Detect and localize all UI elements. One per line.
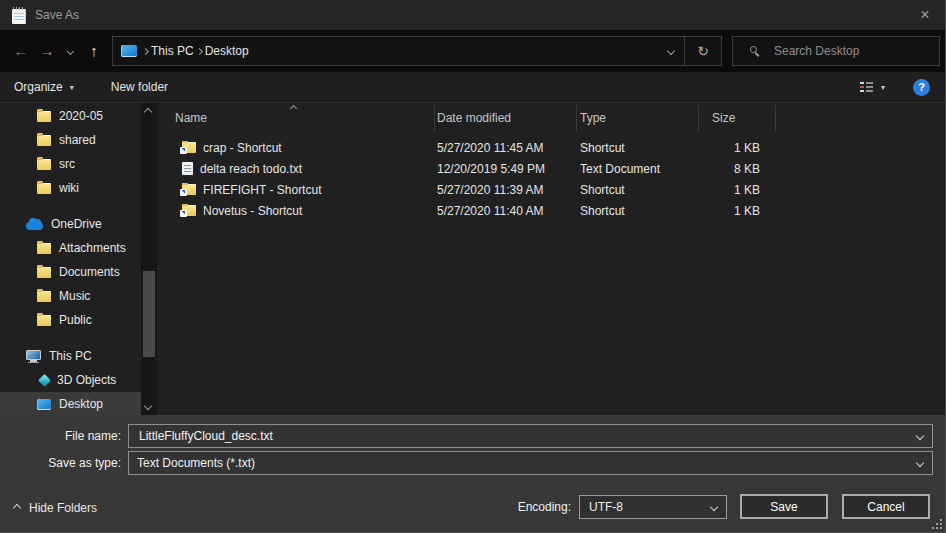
chevron-down-icon <box>66 47 73 54</box>
save-as-type-dropdown[interactable]: Text Documents (*.txt) <box>128 451 933 475</box>
folder-icon <box>37 111 51 122</box>
encoding-dropdown[interactable]: UTF-8 <box>579 495 727 519</box>
scroll-down-icon[interactable] <box>144 402 152 410</box>
file-name: FIREFIGHT - Shortcut <box>203 183 321 197</box>
back-button[interactable]: ← <box>10 39 32 63</box>
file-size: 1 KB <box>699 141 776 155</box>
file-type: Shortcut <box>577 183 699 197</box>
sidebar-item-2020-05[interactable]: 2020-05 <box>0 104 141 128</box>
sidebar-item-label: This PC <box>49 349 92 363</box>
chevron-up-icon <box>13 504 21 512</box>
sidebar-item-attachments[interactable]: Attachments <box>0 236 141 260</box>
this-pc-icon <box>121 45 137 57</box>
navigation-bar: ← → ↑ This PC Desktop ↻ <box>0 30 946 72</box>
file-row-delta-reach-todo-txt[interactable]: delta reach todo.txt 12/20/2019 5:49 PM … <box>160 158 946 179</box>
chevron-down-icon[interactable] <box>916 432 924 440</box>
sidebar-scrollbar[interactable] <box>141 103 157 415</box>
close-button[interactable]: × <box>904 0 946 30</box>
organize-button[interactable]: Organize ▾ <box>14 80 74 94</box>
file-row-crap-shortcut[interactable]: crap - Shortcut 5/27/2020 11:45 AM Short… <box>160 137 946 158</box>
save-as-type-value: Text Documents (*.txt) <box>137 456 255 470</box>
search-input[interactable] <box>772 43 926 59</box>
help-button[interactable]: ? <box>913 79 930 96</box>
scrollbar-thumb[interactable] <box>143 271 155 357</box>
column-header-name[interactable]: Name <box>160 105 435 131</box>
sidebar-item-documents[interactable]: Documents <box>0 260 141 284</box>
file-date-modified: 5/27/2020 11:45 AM <box>435 141 577 155</box>
sidebar-item-3d-objects[interactable]: 3D Objects <box>0 368 141 392</box>
folder-icon <box>37 291 51 302</box>
file-name-input[interactable] <box>137 428 906 444</box>
file-rows: crap - Shortcut 5/27/2020 11:45 AM Short… <box>160 137 946 221</box>
view-details-icon[interactable] <box>859 81 874 93</box>
cube-icon <box>38 374 51 387</box>
sidebar-item-desktop[interactable]: Desktop <box>0 392 141 416</box>
save-as-type-label: Save as type: <box>0 456 121 470</box>
folder-tree-sidebar: 2020-05 shared src wiki OneDrive <box>0 103 160 415</box>
sidebar-item-label: Public <box>59 313 92 327</box>
save-button[interactable]: Save <box>740 494 828 519</box>
folder-icon <box>37 267 51 278</box>
view-dropdown-triangle-icon[interactable]: ▾ <box>881 83 885 92</box>
column-header-type[interactable]: Type <box>577 105 699 131</box>
up-button[interactable]: ↑ <box>84 39 104 63</box>
search-box[interactable] <box>732 36 940 66</box>
file-list-header: Name Date modified Type Size <box>160 104 946 131</box>
sidebar-item-label: src <box>59 157 75 171</box>
resize-grip[interactable] <box>931 518 942 529</box>
cancel-button[interactable]: Cancel <box>842 494 930 519</box>
file-size: 1 KB <box>699 204 776 218</box>
notepad-icon <box>12 9 26 24</box>
refresh-icon[interactable]: ↻ <box>685 43 721 59</box>
file-name-label: File name: <box>0 429 121 443</box>
column-header-size[interactable]: Size <box>699 105 776 131</box>
sidebar-item-label: 3D Objects <box>57 373 116 387</box>
new-folder-button[interactable]: New folder <box>111 80 168 94</box>
file-row-firefight-shortcut[interactable]: FIREFIGHT - Shortcut 5/27/2020 11:39 AM … <box>160 179 946 200</box>
forward-button[interactable]: → <box>36 39 58 63</box>
sidebar-item-public[interactable]: Public <box>0 308 141 332</box>
chevron-down-icon[interactable] <box>916 459 924 467</box>
file-type: Shortcut <box>577 141 699 155</box>
file-size: 1 KB <box>699 183 776 197</box>
chevron-down-icon <box>667 47 675 55</box>
address-dropdown-button[interactable] <box>658 48 684 54</box>
breadcrumb-this-pc[interactable]: This PC <box>148 44 197 58</box>
folder-icon <box>37 183 51 194</box>
screen-icon <box>37 399 51 410</box>
file-list: Name Date modified Type Size crap - Shor… <box>160 103 946 415</box>
file-size: 8 KB <box>699 162 776 176</box>
sidebar-item-wiki[interactable]: wiki <box>0 176 141 200</box>
scroll-up-icon[interactable] <box>144 108 152 116</box>
sidebar-item-src[interactable]: src <box>0 152 141 176</box>
content-area: 2020-05 shared src wiki OneDrive <box>0 103 946 415</box>
hide-folders-button[interactable]: Hide Folders <box>14 501 97 515</box>
cloud-icon <box>26 222 43 230</box>
file-name: Novetus - Shortcut <box>203 204 302 218</box>
window-title: Save As <box>35 8 79 22</box>
file-name: delta reach todo.txt <box>200 162 302 176</box>
save-as-dialog: Save As × ← → ↑ This PC Desktop ↻ Organ <box>0 0 946 533</box>
hide-folders-label: Hide Folders <box>29 501 97 515</box>
address-bar[interactable]: This PC Desktop ↻ <box>112 36 722 66</box>
textdoc-icon <box>182 162 193 175</box>
file-date-modified: 5/27/2020 11:39 AM <box>435 183 577 197</box>
sidebar-item-label: Desktop <box>59 397 103 411</box>
command-toolbar: Organize ▾ New folder ▾ ? <box>0 72 946 103</box>
sidebar-item-music[interactable]: Music <box>0 284 141 308</box>
sidebar-item-label: Documents <box>59 265 120 279</box>
sidebar-item-shared[interactable]: shared <box>0 128 141 152</box>
recent-locations-button[interactable] <box>62 49 78 54</box>
file-row-novetus-shortcut[interactable]: Novetus - Shortcut 5/27/2020 11:40 AM Sh… <box>160 200 946 221</box>
sidebar-item-label: Music <box>59 289 90 303</box>
sidebar-items: 2020-05 shared src wiki OneDrive <box>0 104 160 416</box>
pc-icon <box>26 350 41 360</box>
file-date-modified: 12/20/2019 5:49 PM <box>435 162 577 176</box>
file-name-combobox[interactable] <box>128 424 933 448</box>
breadcrumb-desktop[interactable]: Desktop <box>202 44 252 58</box>
encoding-label: Encoding: <box>518 500 571 514</box>
sidebar-item-onedrive[interactable]: OneDrive <box>0 212 141 236</box>
chevron-down-icon[interactable] <box>710 502 718 510</box>
column-header-date-modified[interactable]: Date modified <box>435 105 577 131</box>
sidebar-item-this-pc[interactable]: This PC <box>0 344 141 368</box>
